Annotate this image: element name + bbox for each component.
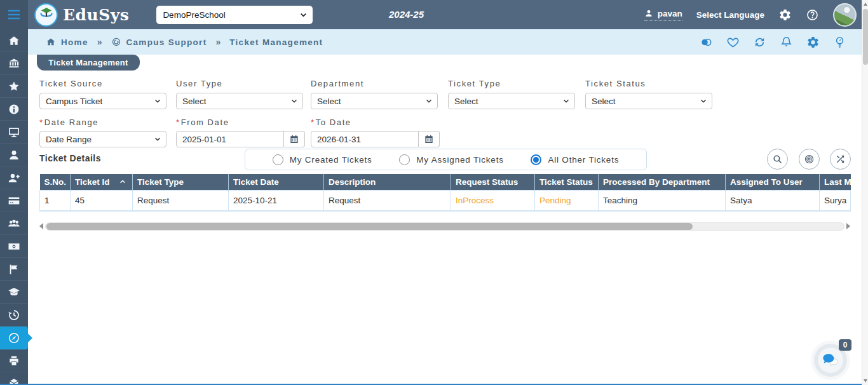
sidebar-item-fees[interactable] bbox=[0, 235, 28, 258]
institution-icon bbox=[8, 57, 20, 70]
col-sno[interactable]: S.No. bbox=[40, 174, 71, 191]
table-header-row: S.No. Ticket Id Ticket Type Ticket Date … bbox=[40, 174, 851, 191]
scrollbar-thumb[interactable] bbox=[46, 223, 693, 230]
chat-widget[interactable]: 0 bbox=[812, 342, 849, 379]
breadcrumb-home[interactable]: Home bbox=[46, 37, 88, 47]
breadcrumb-actions bbox=[700, 36, 846, 49]
search-button[interactable] bbox=[767, 149, 788, 170]
radio-all-other-tickets[interactable]: All Other Tickets bbox=[531, 154, 619, 165]
sidebar-item-history[interactable] bbox=[0, 304, 28, 327]
sidebar-item-flag[interactable] bbox=[0, 258, 28, 281]
target-icon bbox=[804, 154, 815, 165]
sidebar-item-print[interactable] bbox=[0, 349, 28, 372]
department-select[interactable]: Select bbox=[311, 93, 438, 109]
cell-request-status: InProcess bbox=[451, 191, 535, 212]
calendar-icon bbox=[289, 134, 299, 144]
favorite-heart-icon[interactable] bbox=[726, 36, 740, 49]
col-assigned-to-user[interactable]: Assigned To User bbox=[726, 174, 820, 191]
scroll-left-arrow[interactable] bbox=[39, 223, 43, 229]
user-type-label: User Type bbox=[176, 79, 222, 88]
radio-button-selected[interactable] bbox=[531, 154, 541, 165]
sidebar-item-favorites[interactable] bbox=[0, 75, 28, 98]
col-description[interactable]: Description bbox=[324, 174, 451, 191]
scrollbar-thumb[interactable] bbox=[863, 9, 868, 65]
radio-label: All Other Tickets bbox=[548, 155, 619, 165]
col-ticket-id[interactable]: Ticket Id bbox=[71, 174, 133, 191]
from-date-group: 2025-01-01 bbox=[176, 131, 305, 147]
sidebar-item-home[interactable] bbox=[0, 29, 28, 52]
department-value: Select bbox=[317, 97, 341, 106]
id-card-icon bbox=[8, 194, 20, 207]
settings-gear-icon[interactable] bbox=[806, 36, 820, 49]
chevron-down-icon bbox=[154, 97, 161, 105]
hamburger-menu-icon[interactable] bbox=[0, 0, 28, 29]
cell-processed-by-department: Teaching bbox=[599, 191, 726, 212]
scroll-down-arrow[interactable] bbox=[864, 379, 867, 382]
campus-support-icon bbox=[111, 37, 121, 47]
sidebar-item-id-card[interactable] bbox=[0, 189, 28, 212]
refresh-icon[interactable] bbox=[753, 36, 766, 49]
to-date-calendar-button[interactable] bbox=[419, 131, 440, 147]
sidebar bbox=[0, 0, 28, 385]
sidebar-item-info[interactable] bbox=[0, 98, 28, 121]
avatar[interactable] bbox=[833, 3, 857, 27]
sidebar-item-add-user[interactable] bbox=[0, 166, 28, 189]
radio-my-created-tickets[interactable]: My Created Tickets bbox=[273, 154, 372, 165]
page-vertical-scrollbar[interactable] bbox=[862, 0, 868, 385]
sidebar-item-inventory[interactable] bbox=[0, 372, 28, 385]
col-processed-by-department[interactable]: Processed By Department bbox=[599, 174, 726, 191]
sidebar-item-monitor[interactable] bbox=[0, 121, 28, 144]
sidebar-item-groups[interactable] bbox=[0, 212, 28, 235]
target-button[interactable] bbox=[799, 149, 820, 170]
sidebar-item-institution[interactable] bbox=[0, 52, 28, 75]
settings-gear-icon[interactable] bbox=[778, 8, 792, 22]
ticket-details-title: Ticket Details bbox=[39, 153, 101, 163]
required-marker: * bbox=[311, 118, 315, 127]
scroll-up-arrow[interactable] bbox=[864, 3, 867, 6]
col-ticket-status[interactable]: Ticket Status bbox=[535, 174, 599, 191]
col-request-status[interactable]: Request Status bbox=[451, 174, 535, 191]
notifications-bell-icon[interactable] bbox=[780, 36, 793, 49]
date-range-select[interactable]: Date Range bbox=[39, 131, 166, 147]
radio-button[interactable] bbox=[273, 154, 283, 165]
user-icon bbox=[644, 9, 653, 18]
app-window: EduSys DemoPreSchool 2024-25 pavan Selec… bbox=[0, 0, 868, 385]
col-last-modified[interactable]: Last M bbox=[820, 174, 851, 191]
sidebar-item-campus-support[interactable] bbox=[0, 327, 28, 349]
tab-ticket-management[interactable]: Ticket Management bbox=[37, 55, 140, 71]
breadcrumb-campus-support[interactable]: Campus Support bbox=[111, 37, 207, 47]
flag-icon bbox=[8, 263, 20, 276]
chat-button[interactable] bbox=[817, 347, 844, 374]
breadcrumb-bar: Home » Campus Support » Ticket Managemen… bbox=[28, 29, 862, 55]
radio-my-assigned-tickets[interactable]: My Assigned Tickets bbox=[399, 154, 504, 165]
user-type-select[interactable]: Select bbox=[176, 93, 303, 109]
select-language-button[interactable]: Select Language bbox=[696, 10, 764, 20]
help-icon[interactable] bbox=[806, 8, 819, 22]
radio-label: My Assigned Tickets bbox=[416, 155, 504, 165]
col-ticket-type[interactable]: Ticket Type bbox=[133, 174, 229, 191]
shuffle-button[interactable] bbox=[830, 149, 851, 170]
chevron-down-icon bbox=[290, 97, 298, 105]
sidebar-item-academics[interactable] bbox=[0, 281, 28, 304]
user-menu[interactable]: pavan bbox=[644, 9, 682, 21]
to-date-input[interactable]: 2026-01-31 bbox=[311, 131, 419, 147]
from-date-calendar-button[interactable] bbox=[284, 131, 305, 147]
school-select[interactable]: DemoPreSchool bbox=[156, 6, 313, 24]
from-date-input[interactable]: 2025-01-01 bbox=[176, 131, 284, 147]
printer-icon bbox=[8, 355, 20, 367]
ticket-status-select[interactable]: Select bbox=[585, 93, 712, 109]
idea-bulb-icon[interactable] bbox=[833, 36, 846, 49]
table-horizontal-scrollbar bbox=[39, 221, 850, 231]
sidebar-item-user[interactable] bbox=[0, 144, 28, 166]
table-row[interactable]: 1 45 Request 2025-10-21 Request InProces… bbox=[40, 191, 851, 212]
sort-asc-icon[interactable] bbox=[119, 178, 126, 186]
brand-name: EduSys bbox=[63, 6, 129, 24]
radio-button[interactable] bbox=[399, 154, 410, 165]
user-icon bbox=[8, 149, 20, 161]
toggle-icon[interactable] bbox=[700, 36, 713, 49]
ticket-source-select[interactable]: Campus Ticket bbox=[39, 93, 166, 109]
col-ticket-date[interactable]: Ticket Date bbox=[229, 174, 324, 191]
scrollbar-track[interactable] bbox=[45, 222, 844, 231]
ticket-type-select[interactable]: Select bbox=[448, 93, 575, 109]
scroll-right-arrow[interactable] bbox=[846, 223, 850, 229]
